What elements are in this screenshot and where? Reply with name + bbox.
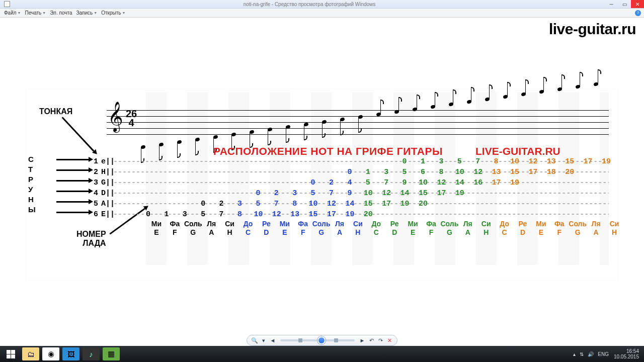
menu-print[interactable]: Печать▼: [24, 10, 47, 16]
rotate-right-button[interactable]: ↷: [376, 337, 385, 344]
slider-track[interactable]: [280, 339, 355, 341]
help-icon[interactable]: ?: [635, 10, 641, 16]
tab-block: 1e||------------------------------------…: [94, 156, 609, 220]
zoom-icon[interactable]: 🔍: [250, 337, 259, 344]
start-button[interactable]: [2, 347, 19, 360]
tray-lang[interactable]: ENG: [598, 351, 609, 357]
menu-burn[interactable]: Запись▼: [75, 10, 98, 16]
task-app2-icon[interactable]: ▦: [103, 347, 120, 360]
tray-up-icon[interactable]: ▴: [573, 351, 576, 357]
delete-button[interactable]: ✕: [385, 337, 394, 344]
menu-email[interactable]: Эл. почта: [49, 10, 73, 16]
time-signature: 264: [125, 109, 138, 127]
label-thin: ТОНКАЯ: [39, 107, 72, 116]
menu-open[interactable]: Открыть▼: [100, 10, 126, 16]
sheet: 𝄞 264 РАСПОЛОЖЕНИЕ НОТ НА ГРИФЕ ГИТАРЫ L…: [26, 89, 618, 280]
sysmenu-icon[interactable]: [4, 1, 10, 7]
treble-clef-icon: 𝄞: [108, 103, 123, 129]
menu-file[interactable]: Файл▼: [3, 10, 22, 16]
chart-title: РАСПОЛОЖЕНИЕ НОТ НА ГРИФЕ ГИТАРЫ: [213, 145, 443, 157]
system-tray: ▴ ⇅ 🔊 ENG 16:5410.05.2015: [571, 348, 642, 359]
window-title: noti-na-grife - Средство просмотра фотог…: [14, 2, 605, 7]
close-button[interactable]: ✕: [631, 0, 644, 8]
player-bar: 🔍 ▾ ◄ ► ↶ ↷ ✕: [247, 335, 397, 346]
minimize-button[interactable]: ─: [605, 0, 618, 8]
label-strings: СТРУНЫ: [28, 154, 36, 215]
taskbar: 🗂 ◉ 🖼 ♪ ▦ ▴ ⇅ 🔊 ENG 16:5410.05.2015: [0, 346, 644, 362]
label-fret-number: НОМЕРЛАДА: [76, 230, 106, 248]
title-bar: noti-na-grife - Средство просмотра фотог…: [0, 0, 644, 9]
next-button[interactable]: ►: [358, 337, 367, 343]
tray-net-icon[interactable]: ⇅: [580, 351, 584, 357]
music-staff: 𝄞 264: [107, 110, 609, 134]
chart-subtitle: LIVE-GUITAR.RU: [475, 145, 560, 157]
prev-button[interactable]: ◄: [268, 337, 277, 343]
viewer-canvas: live-guitar.ru 𝄞 264 РАСПОЛОЖЕНИЕ НОТ НА…: [0, 18, 644, 334]
menu-bar: Файл▼ Печать▼ Эл. почта Запись▼ Открыть▼…: [0, 9, 644, 18]
task-chrome-icon[interactable]: ◉: [42, 347, 59, 360]
maximize-button[interactable]: ▭: [618, 0, 631, 8]
tray-clock[interactable]: 16:5410.05.2015: [614, 348, 639, 359]
play-knob[interactable]: [317, 336, 326, 344]
note-names: МиФаСольЛяСиДоРеМиФаСольЛяСиДоРеМиФаСоль…: [146, 220, 609, 237]
task-explorer-icon[interactable]: 🗂: [22, 347, 39, 360]
notes-row: [141, 110, 609, 134]
rotate-left-button[interactable]: ↶: [367, 337, 376, 344]
task-app1-icon[interactable]: ♪: [83, 347, 100, 360]
watermark-text: live-guitar.ru: [549, 21, 636, 38]
tray-sound-icon[interactable]: 🔊: [588, 351, 594, 357]
windows-logo-icon: [7, 350, 15, 358]
task-photoviewer-icon[interactable]: 🖼: [62, 347, 79, 360]
